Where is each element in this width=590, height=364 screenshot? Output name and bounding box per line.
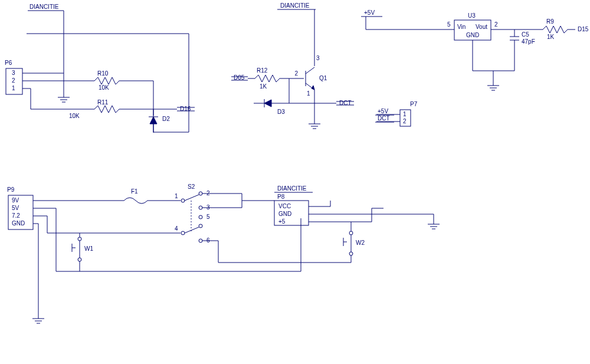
svg-point-69: [181, 199, 185, 202]
value-r9: 1K: [547, 34, 555, 40]
resistor-r12: [255, 75, 280, 82]
refdes-d3: D3: [277, 109, 285, 115]
p7-net-dct: DCT: [378, 115, 390, 122]
svg-marker-17: [150, 117, 157, 124]
p7-pin2: 2: [403, 118, 407, 124]
u3-vin: Vin: [457, 24, 466, 30]
refdes-w1: W1: [84, 245, 93, 252]
refdes-w2: W2: [356, 240, 365, 246]
svg-point-71: [199, 192, 202, 195]
resistor-r10: [94, 77, 119, 84]
diode-d2: [149, 117, 158, 124]
svg-line-77: [185, 227, 199, 233]
resistor-r11: [94, 106, 119, 113]
p9-72: 7.2: [12, 212, 20, 219]
p7-pin1: 1: [403, 111, 407, 117]
refdes-r11: R11: [97, 99, 109, 106]
u3-vout: Vout: [476, 24, 487, 30]
u3-gnd: GND: [466, 32, 479, 38]
netlabel-diancitie-3: DIANCITIE: [277, 185, 307, 192]
svg-marker-40: [264, 100, 271, 107]
refdes-r9: R9: [546, 18, 554, 25]
refdes-r10: R10: [97, 70, 109, 77]
gnd-symbol-1: [58, 97, 70, 102]
gnd-symbol-4: [32, 319, 44, 323]
svg-point-96: [78, 237, 81, 241]
u3-pin5: 5: [447, 21, 451, 28]
svg-point-73: [199, 215, 202, 219]
value-r12: 1K: [260, 83, 267, 90]
netlabel-diancitie-2: DIANCITIE: [280, 2, 310, 9]
p6-pin1: 1: [12, 85, 15, 91]
value-r11: 10K: [69, 113, 80, 119]
svg-point-75: [199, 239, 202, 242]
refdes-p8: P8: [277, 194, 285, 200]
svg-line-31: [306, 67, 314, 74]
transistor-q1: [306, 67, 314, 90]
refdes-q1: Q1: [319, 75, 327, 81]
refdes-u3: U3: [468, 12, 476, 19]
gnd-symbol-5: [428, 224, 440, 229]
u3-pin2: 2: [494, 21, 498, 28]
diode-d3: [264, 99, 271, 107]
svg-marker-33: [312, 86, 314, 90]
svg-point-72: [199, 206, 202, 209]
p9-5v: 5V: [12, 205, 19, 211]
refdes-p9: P9: [7, 186, 15, 193]
schematic-canvas: DIANCITIE P6 3 2 1 R10 10K R11 10K D16 D…: [0, 0, 590, 364]
refdes-s2: S2: [188, 183, 195, 190]
refdes-r12: R12: [257, 67, 268, 74]
switch-w2: [343, 231, 353, 255]
refdes-f1: F1: [131, 188, 138, 195]
s2-pin5: 5: [206, 214, 210, 220]
switch-s2: [181, 192, 202, 242]
netlabel-plus5v: +5V: [364, 9, 375, 16]
svg-point-97: [78, 258, 81, 261]
svg-line-76: [185, 195, 199, 201]
switch-w1: [72, 237, 81, 261]
s2-pin1: 1: [175, 193, 178, 199]
refdes-d2: D2: [162, 116, 170, 122]
q1-pin3: 3: [316, 55, 320, 61]
refdes-p6: P6: [5, 60, 12, 66]
p9-gnd: GND: [12, 220, 25, 227]
refdes-p7: P7: [410, 101, 418, 107]
p8-gnd: GND: [278, 211, 291, 217]
refdes-c5: C5: [522, 31, 529, 38]
p7-net-5v: +5V: [378, 108, 388, 114]
value-c5: 47pF: [522, 38, 535, 45]
netlabel-d05: D05: [234, 74, 245, 81]
p8-vcc: VCC: [278, 203, 291, 209]
svg-point-74: [199, 224, 202, 228]
netlabel-diancitie-1: DIANCITIE: [30, 4, 59, 10]
netlabel-d15: D15: [578, 26, 589, 32]
svg-point-115: [349, 252, 353, 255]
gnd-symbol-2: [309, 124, 320, 129]
gnd-symbol-3: [487, 86, 499, 90]
resistor-r9: [543, 26, 568, 33]
svg-point-114: [349, 231, 353, 235]
p6-pin3: 3: [12, 70, 15, 76]
svg-point-70: [181, 231, 185, 235]
p6-pin2: 2: [12, 77, 15, 84]
p8-p5: +5: [278, 218, 286, 225]
s2-pin4: 4: [175, 225, 178, 232]
q1-pin1: 1: [307, 90, 310, 97]
value-r10: 10K: [99, 84, 109, 91]
p9-9v: 9V: [12, 197, 19, 204]
fuse-f1: [124, 198, 148, 204]
q1-pin2: 2: [294, 70, 298, 77]
